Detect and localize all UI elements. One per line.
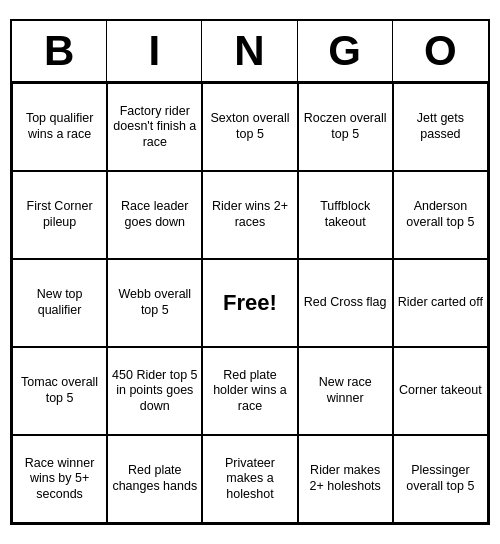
bingo-cell-text-11: Webb overall top 5 [111, 287, 198, 318]
bingo-cell-text-3: Roczen overall top 5 [302, 111, 389, 142]
bingo-cell-text-16: 450 Rider top 5 in points goes down [111, 368, 198, 415]
bingo-cell-text-10: New top qualifier [16, 287, 103, 318]
bingo-cell-text-4: Jett gets passed [397, 111, 484, 142]
bingo-cell-text-0: Top qualifier wins a race [16, 111, 103, 142]
bingo-cell-text-15: Tomac overall top 5 [16, 375, 103, 406]
bingo-cell-14[interactable]: Rider carted off [393, 259, 488, 347]
bingo-cell-text-22: Privateer makes a holeshot [206, 456, 293, 503]
bingo-grid: Top qualifier wins a raceFactory rider d… [12, 83, 488, 523]
bingo-cell-11[interactable]: Webb overall top 5 [107, 259, 202, 347]
bingo-cell-23[interactable]: Rider makes 2+ holeshots [298, 435, 393, 523]
bingo-cell-8[interactable]: Tuffblock takeout [298, 171, 393, 259]
bingo-cell-15[interactable]: Tomac overall top 5 [12, 347, 107, 435]
bingo-cell-text-5: First Corner pileup [16, 199, 103, 230]
bingo-cell-text-18: New race winner [302, 375, 389, 406]
bingo-cell-text-19: Corner takeout [399, 383, 482, 399]
bingo-cell-1[interactable]: Factory rider doesn't finish a race [107, 83, 202, 171]
bingo-cell-4[interactable]: Jett gets passed [393, 83, 488, 171]
bingo-cell-3[interactable]: Roczen overall top 5 [298, 83, 393, 171]
bingo-cell-21[interactable]: Red plate changes hands [107, 435, 202, 523]
bingo-cell-text-6: Race leader goes down [111, 199, 198, 230]
bingo-cell-text-9: Anderson overall top 5 [397, 199, 484, 230]
bingo-cell-2[interactable]: Sexton overall top 5 [202, 83, 297, 171]
bingo-cell-22[interactable]: Privateer makes a holeshot [202, 435, 297, 523]
bingo-cell-text-2: Sexton overall top 5 [206, 111, 293, 142]
bingo-cell-0[interactable]: Top qualifier wins a race [12, 83, 107, 171]
bingo-cell-16[interactable]: 450 Rider top 5 in points goes down [107, 347, 202, 435]
bingo-cell-text-24: Plessinger overall top 5 [397, 463, 484, 494]
header-b: B [12, 21, 107, 81]
bingo-cell-text-13: Red Cross flag [304, 295, 387, 311]
bingo-cell-text-1: Factory rider doesn't finish a race [111, 104, 198, 151]
bingo-cell-9[interactable]: Anderson overall top 5 [393, 171, 488, 259]
bingo-cell-text-14: Rider carted off [398, 295, 483, 311]
bingo-cell-text-12: Free! [223, 289, 277, 317]
header-g: G [298, 21, 393, 81]
bingo-cell-text-20: Race winner wins by 5+ seconds [16, 456, 103, 503]
bingo-cell-6[interactable]: Race leader goes down [107, 171, 202, 259]
bingo-header: B I N G O [12, 21, 488, 83]
bingo-cell-20[interactable]: Race winner wins by 5+ seconds [12, 435, 107, 523]
bingo-cell-24[interactable]: Plessinger overall top 5 [393, 435, 488, 523]
bingo-cell-5[interactable]: First Corner pileup [12, 171, 107, 259]
bingo-cell-18[interactable]: New race winner [298, 347, 393, 435]
bingo-cell-text-17: Red plate holder wins a race [206, 368, 293, 415]
bingo-cell-12[interactable]: Free! [202, 259, 297, 347]
bingo-cell-19[interactable]: Corner takeout [393, 347, 488, 435]
bingo-cell-text-8: Tuffblock takeout [302, 199, 389, 230]
header-n: N [202, 21, 297, 81]
bingo-cell-text-7: Rider wins 2+ races [206, 199, 293, 230]
bingo-cell-10[interactable]: New top qualifier [12, 259, 107, 347]
header-i: I [107, 21, 202, 81]
bingo-card: B I N G O Top qualifier wins a raceFacto… [10, 19, 490, 525]
bingo-cell-17[interactable]: Red plate holder wins a race [202, 347, 297, 435]
bingo-cell-7[interactable]: Rider wins 2+ races [202, 171, 297, 259]
bingo-cell-text-21: Red plate changes hands [111, 463, 198, 494]
bingo-cell-text-23: Rider makes 2+ holeshots [302, 463, 389, 494]
header-o: O [393, 21, 488, 81]
bingo-cell-13[interactable]: Red Cross flag [298, 259, 393, 347]
